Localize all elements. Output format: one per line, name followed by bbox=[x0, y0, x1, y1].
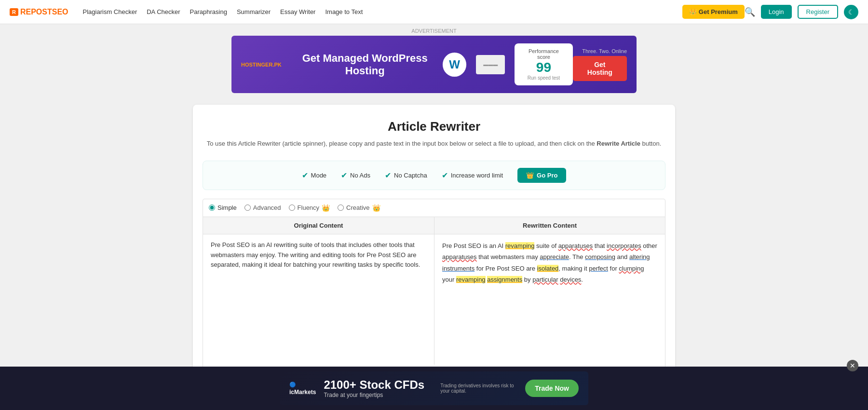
wp-icon: W bbox=[443, 53, 467, 77]
rewritten-segment: apparatuses bbox=[442, 253, 477, 260]
rewritten-content-header: Rewritten Content bbox=[434, 217, 665, 234]
rewritten-segment: composing bbox=[585, 253, 615, 260]
logo-text: REPOSTSEO bbox=[20, 8, 68, 16]
trade-now-button[interactable]: Trade Now bbox=[525, 380, 579, 397]
mode-label-simple: Simple bbox=[217, 204, 237, 211]
editor-panels: Pre Post SEO is an AI revamping suite of… bbox=[203, 234, 665, 369]
rewritten-segment: . The bbox=[569, 253, 585, 260]
rewritten-segment: appreciate bbox=[540, 253, 569, 260]
mode-tab-simple[interactable]: Simple bbox=[209, 204, 237, 211]
mode-label-creative: Creative bbox=[346, 204, 369, 211]
rewritten-segment: incorporates bbox=[607, 242, 641, 249]
nav-link-paraphrasing[interactable]: Paraphrasing bbox=[190, 8, 227, 15]
ic-markets-logo: 🔵 icMarkets bbox=[289, 382, 316, 396]
ad-banner-top: ADVERTISEMENT HOSTINGER.PK Get Managed W… bbox=[0, 24, 868, 95]
rewritten-segment: Pre Post SEO is an AI bbox=[442, 242, 505, 249]
bottom-ad-bar: 🔵 icMarkets 2100+ Stock CFDs Trade at yo… bbox=[0, 367, 868, 410]
nav-links: Plagiarism CheckerDA CheckerParaphrasing… bbox=[83, 8, 683, 15]
hostinger-logo: HOSTINGER.PK bbox=[241, 62, 282, 68]
pro-features-bar: ✔ Mode ✔ No Ads ✔ No Captcha ✔ Increase … bbox=[203, 161, 665, 190]
bottom-ad-text: 2100+ Stock CFDs Trade at your fingertip… bbox=[324, 378, 433, 398]
ad-hostinger[interactable]: HOSTINGER.PK Get Managed WordPress Hosti… bbox=[231, 36, 637, 93]
search-button[interactable]: 🔍 bbox=[745, 7, 755, 17]
bottom-ad-content: 🔵 icMarkets 2100+ Stock CFDs Trade at yo… bbox=[280, 371, 588, 405]
mode-tab-fluency[interactable]: Fluency👑 bbox=[289, 204, 330, 212]
ad-center: W ▬▬▬ Performance score 99 Run speed tes… bbox=[443, 43, 573, 85]
rewritten-segment: that webmasters may bbox=[477, 253, 540, 260]
no-captcha-check-icon: ✔ bbox=[385, 171, 391, 180]
nav-link-plagiarism-checker[interactable]: Plagiarism Checker bbox=[83, 8, 137, 15]
rewritten-segment: isolated bbox=[537, 265, 559, 272]
rewritten-segment: revamping bbox=[456, 276, 486, 283]
premium-button[interactable]: 👑 Get Premium bbox=[682, 5, 745, 19]
theme-toggle-button[interactable]: ☾ bbox=[844, 5, 858, 19]
rewritten-segment: other bbox=[641, 242, 657, 249]
mode-tab-advanced[interactable]: Advanced bbox=[244, 204, 281, 211]
rewritten-segment: by bbox=[522, 276, 532, 283]
bottom-ad-title: 2100+ Stock CFDs bbox=[324, 378, 433, 392]
ad-right: Three. Two. Online Get Hosting bbox=[573, 48, 627, 81]
rewritten-segment: for bbox=[608, 265, 619, 272]
get-hosting-button[interactable]: Get Hosting bbox=[573, 56, 627, 81]
no-captcha-feature: ✔ No Captcha bbox=[385, 171, 427, 180]
no-ads-label: No Ads bbox=[350, 172, 370, 179]
rewritten-segment: particular bbox=[532, 276, 558, 283]
rewritten-segment: clumping bbox=[619, 265, 644, 272]
login-button[interactable]: Login bbox=[761, 5, 792, 19]
nav-link-essay-writer[interactable]: Essay Writer bbox=[280, 8, 315, 15]
rewritten-segment: perfect bbox=[589, 265, 608, 272]
register-button[interactable]: Register bbox=[798, 5, 838, 19]
rewritten-segment: your bbox=[442, 276, 456, 283]
rewritten-content-display: Pre Post SEO is an AI revamping suite of… bbox=[434, 234, 665, 365]
rewritten-segment: for Pre Post SEO are bbox=[475, 265, 537, 272]
mode-label-fluency: Fluency bbox=[298, 204, 320, 211]
rewritten-segment: . bbox=[581, 276, 583, 283]
increase-word-label: Increase word limit bbox=[451, 172, 503, 179]
editor-container: SimpleAdvancedFluency👑Creative👑 Original… bbox=[203, 199, 665, 389]
rewritten-segment: , making it bbox=[558, 265, 589, 272]
mode-label-advanced: Advanced bbox=[253, 204, 281, 211]
editor-headers: Original Content Rewritten Content bbox=[203, 217, 665, 234]
close-ad-button[interactable]: ✕ bbox=[847, 360, 858, 371]
logo-icon: R bbox=[10, 8, 18, 16]
crown-icon-fluency: 👑 bbox=[322, 204, 330, 212]
rewritten-segment: revamping bbox=[505, 242, 535, 249]
rewritten-segment: suite of bbox=[534, 242, 558, 249]
increase-word-feature: ✔ Increase word limit bbox=[442, 171, 503, 180]
mode-tab-creative[interactable]: Creative👑 bbox=[338, 204, 380, 212]
navbar: R REPOSTSEO Plagiarism CheckerDA Checker… bbox=[0, 0, 868, 24]
nav-link-summarizer[interactable]: Summarizer bbox=[237, 8, 271, 15]
bottom-ad-disclaimer: Trading derivatives involves risk to you… bbox=[440, 383, 517, 394]
nav-link-da-checker[interactable]: DA Checker bbox=[147, 8, 180, 15]
crown-icon-creative: 👑 bbox=[372, 204, 380, 212]
increase-word-check-icon: ✔ bbox=[442, 171, 448, 180]
nav-right: 🔍 Login Register ☾ bbox=[745, 5, 858, 19]
page-title: Article Rewriter bbox=[203, 119, 665, 134]
tool-card: Article Rewriter To use this Article Rew… bbox=[193, 105, 675, 404]
rewritten-segment: assignments bbox=[487, 276, 522, 283]
rewritten-segment: that bbox=[593, 242, 607, 249]
tool-description: To use this Article Rewriter (article sp… bbox=[203, 139, 665, 149]
no-ads-check-icon: ✔ bbox=[341, 171, 347, 180]
logo[interactable]: R REPOSTSEO bbox=[10, 8, 68, 16]
mode-feature: ✔ Mode bbox=[302, 171, 327, 180]
bottom-ad-subtitle: Trade at your fingertips bbox=[324, 392, 433, 398]
performance-card: Performance score 99 Run speed test bbox=[515, 43, 573, 85]
rewritten-segment: apparatuses bbox=[558, 242, 593, 249]
ad-title: Get Managed WordPress Hosting bbox=[287, 52, 443, 77]
rewritten-segment: and bbox=[615, 253, 629, 260]
mode-label: Mode bbox=[311, 172, 327, 179]
nav-link-image-to-text[interactable]: Image to Text bbox=[325, 8, 363, 15]
chart-placeholder: ▬▬▬ bbox=[476, 55, 505, 74]
rewritten-panel: Pre Post SEO is an AI revamping suite of… bbox=[434, 234, 665, 369]
original-textarea[interactable] bbox=[203, 234, 434, 365]
go-pro-crown-icon: 👑 bbox=[526, 172, 534, 179]
go-pro-button[interactable]: 👑 Go Pro bbox=[517, 168, 566, 183]
ad-left: HOSTINGER.PK Get Managed WordPress Hosti… bbox=[241, 52, 443, 77]
mode-check-icon: ✔ bbox=[302, 171, 308, 180]
no-captcha-label: No Captcha bbox=[394, 172, 427, 179]
rewritten-segment: devices bbox=[560, 276, 581, 283]
original-panel bbox=[203, 234, 434, 369]
main-content: Article Rewriter To use this Article Rew… bbox=[0, 95, 868, 410]
no-ads-feature: ✔ No Ads bbox=[341, 171, 370, 180]
